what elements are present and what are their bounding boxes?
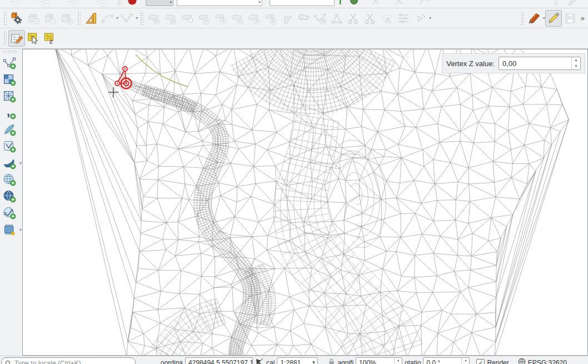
toolbar-drag-handle[interactable] xyxy=(77,11,81,26)
svg-text:↻: ↻ xyxy=(155,19,158,24)
coordinate-input[interactable]: 4298494.5,5507197.1 xyxy=(185,357,253,364)
spin-down-icon[interactable]: ▼ xyxy=(572,63,580,69)
add-spatialite-layer-icon[interactable] xyxy=(1,121,18,138)
chevron-down-icon[interactable]: ▼ xyxy=(310,360,317,364)
locator-search[interactable]: Type to locate (Ctrl+K) xyxy=(1,357,136,364)
vertex-z-spinbox[interactable]: 0,00 ▲ ▼ xyxy=(499,57,581,70)
snowflake-badge-icon[interactable]: ✳ xyxy=(94,0,108,8)
svg-text:+: + xyxy=(35,19,38,24)
cube-reload-icon[interactable]: ↻ xyxy=(58,10,75,27)
spin-up-icon[interactable]: ▲ xyxy=(572,57,580,63)
x-icon[interactable] xyxy=(395,0,403,7)
add-raster-layer-icon[interactable] xyxy=(1,71,18,88)
snowflake-badge-icon[interactable]: ✳ xyxy=(66,0,79,8)
extents-icon[interactable] xyxy=(255,358,264,364)
circular-string-icon[interactable] xyxy=(99,10,116,27)
add-arcgis-layer-icon[interactable]: ✱▾ xyxy=(1,221,18,238)
mesh-refine-icon[interactable]: ✳ xyxy=(195,10,212,27)
vertex-z-spinners[interactable]: ▲ ▼ xyxy=(571,57,580,69)
save-edits-icon[interactable] xyxy=(562,10,579,27)
rotation-value[interactable]: 0.0 ° xyxy=(426,359,461,364)
svg-text:✳: ✳ xyxy=(73,1,77,6)
mesh-force-icon[interactable]: ↻ xyxy=(145,10,162,27)
mesh-refine-part-icon[interactable]: ✳ xyxy=(212,10,228,27)
mesh-flip-icon[interactable]: ⇄ xyxy=(162,10,178,27)
add-virtual-layer-icon[interactable] xyxy=(1,138,18,154)
map-canvas[interactable] xyxy=(23,49,587,355)
strip-handle[interactable] xyxy=(117,0,121,6)
streams-icon[interactable] xyxy=(395,10,412,27)
toolbar-overflow-button[interactable]: » xyxy=(581,14,585,22)
add-mesh-layer-icon[interactable] xyxy=(1,88,18,104)
node-box-tool-icon[interactable] xyxy=(328,10,345,27)
lock-scale-icon[interactable] xyxy=(328,358,335,364)
snowflake-badge-icon[interactable]: ✳ xyxy=(37,0,50,8)
record-red-icon[interactable] xyxy=(127,0,137,7)
rotate-feature-icon[interactable] xyxy=(412,10,428,27)
cut-mesh-icon[interactable] xyxy=(345,10,362,27)
magnifier-value[interactable]: 100% xyxy=(359,359,394,364)
add-vector-layer-icon[interactable] xyxy=(1,54,18,71)
add-delimited-text-layer-icon[interactable]: , xyxy=(1,104,18,121)
add-wms-layer-icon[interactable] xyxy=(1,171,18,188)
select-mesh-elements-icon[interactable] xyxy=(25,30,42,47)
lasso-cut-icon[interactable] xyxy=(378,10,395,27)
scale-value[interactable]: 1:2881 xyxy=(280,359,310,364)
toolbar-drag-handle[interactable] xyxy=(3,31,7,46)
curve-digitize-icon[interactable] xyxy=(118,10,135,27)
mesh-delete-icon[interactable]: ✕ xyxy=(245,10,262,27)
mesh-refine-sel-icon[interactable]: ✳ xyxy=(228,10,245,27)
mesh-grab-icon[interactable] xyxy=(278,10,295,27)
chevron-down-icon[interactable]: ▾ xyxy=(19,227,22,232)
scale-combobox[interactable]: 1:2881▼ xyxy=(277,357,318,364)
add-db-layer-icon[interactable]: ▾ xyxy=(1,154,18,171)
topology-icon[interactable] xyxy=(350,0,358,7)
curve-icon[interactable] xyxy=(420,0,428,7)
add-wfs-layer-icon[interactable] xyxy=(1,205,18,221)
mesh-split-hex-icon[interactable] xyxy=(178,10,195,27)
svg-text:↻: ↻ xyxy=(68,19,72,24)
spinners[interactable]: ▲▼ xyxy=(394,358,402,364)
render-checkbox[interactable]: ✓ xyxy=(476,359,485,364)
add-wcs-layer-icon[interactable] xyxy=(1,188,18,205)
digitize-mesh-icon[interactable] xyxy=(8,30,25,47)
clipped-toolbar-row: ✳✳✳✳▾▾ xyxy=(0,0,588,8)
toggle-multi-edit-icon[interactable] xyxy=(526,10,542,27)
processing-gear-icon[interactable] xyxy=(8,10,25,27)
spinners[interactable]: ▲▼ xyxy=(461,358,469,364)
cut-mesh-parts-icon[interactable] xyxy=(362,10,378,27)
crs-value[interactable]: EPSG:32620 xyxy=(528,359,567,364)
edit-mesh-expression-icon[interactable]: ε xyxy=(42,30,58,47)
tolerance-field[interactable] xyxy=(270,0,335,6)
x-icon[interactable] xyxy=(372,0,380,7)
chevron-down-icon[interactable]: ▾ xyxy=(19,161,22,166)
map-canvas-frame: Vertex Z value: 0,00 ▲ ▼ xyxy=(22,49,588,356)
svg-text:✳: ✳ xyxy=(102,1,106,6)
chevron-down-icon[interactable]: ▾ xyxy=(429,16,431,21)
toolbar-drag-handle[interactable] xyxy=(3,11,7,26)
vertex-z-value[interactable]: 0,00 xyxy=(499,59,571,68)
toolbar-drag-handle[interactable] xyxy=(139,11,143,26)
magnifier-spinbox[interactable]: 100%▲▼ xyxy=(356,357,402,364)
rotation-spinbox[interactable]: 0.0 °▲▼ xyxy=(423,357,470,364)
strip-handle[interactable] xyxy=(554,0,557,6)
main-toolbar: +i↻▾▾↻⇄✳✳✳✕✕⇅▾▾» xyxy=(0,8,588,28)
chevron-down-icon[interactable]: ▾ xyxy=(136,16,138,21)
advanced-digitizing-icon[interactable] xyxy=(82,10,99,27)
toolbar-drag-handle[interactable] xyxy=(3,50,17,53)
vertex-swap-icon[interactable]: ⇅ xyxy=(312,10,328,27)
coordinate-value[interactable]: 4298494.5,5507197.1 xyxy=(188,359,253,364)
search-icon xyxy=(5,360,12,364)
green-tick-icon[interactable] xyxy=(338,0,342,7)
cube-identify-icon[interactable]: i xyxy=(42,10,58,27)
mesh-delete-part-icon[interactable]: ✕ xyxy=(262,10,278,27)
pencil-faded-icon[interactable] xyxy=(567,0,580,8)
toolbar-drag-handle[interactable] xyxy=(520,11,524,26)
snowflake-badge-icon[interactable]: ✳ xyxy=(8,0,21,8)
manage-layers-toolbar: ,▾✱▾ xyxy=(0,49,22,357)
wide-combobox[interactable]: ▾ xyxy=(177,0,262,6)
mini-combobox[interactable]: ▾ xyxy=(146,0,173,6)
mesh-solid-icon[interactable] xyxy=(295,10,312,27)
cube-add-icon[interactable]: + xyxy=(25,10,42,27)
toggle-editing-icon[interactable] xyxy=(545,10,562,27)
